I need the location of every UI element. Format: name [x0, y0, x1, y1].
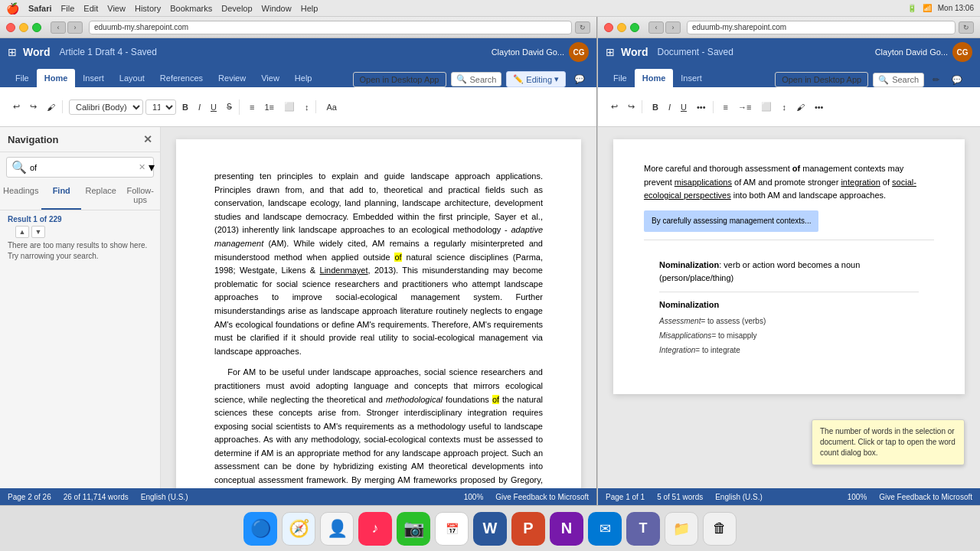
- editing-btn-left[interactable]: ✏️ Editing ▾: [506, 71, 566, 87]
- language-left[interactable]: English (U.S.): [141, 493, 188, 501]
- dock-music[interactable]: ♪: [358, 512, 392, 546]
- format-painter-btn[interactable]: 🖌: [43, 101, 59, 113]
- dock-onenote[interactable]: N: [550, 512, 583, 546]
- dock-teams[interactable]: T: [626, 512, 660, 546]
- doc-scroll-area[interactable]: presenting ten principles to explain and…: [161, 127, 596, 488]
- spacing-btn-right[interactable]: ↕: [778, 101, 790, 113]
- nav-prev-btn[interactable]: ▲: [15, 226, 29, 238]
- user-avatar-left[interactable]: CG: [569, 42, 589, 62]
- apple-menu[interactable]: 🍎: [6, 2, 19, 15]
- maximize-button-right[interactable]: [630, 23, 639, 32]
- bold-btn[interactable]: B: [178, 101, 192, 113]
- redo-btn[interactable]: ↪: [26, 100, 41, 113]
- dock-contacts[interactable]: 👤: [320, 512, 354, 546]
- bullets-btn-right[interactable]: ≡: [720, 101, 732, 113]
- tab-review-left[interactable]: Review: [211, 69, 253, 87]
- address-bar-right[interactable]: eduumb-my.sharepoint.com: [687, 21, 956, 34]
- dock-trash[interactable]: 🗑: [703, 512, 737, 546]
- align-btn-right[interactable]: ⬜: [757, 100, 776, 113]
- search-box-right[interactable]: 🔍 Search: [873, 73, 924, 87]
- comment-btn[interactable]: 💬: [570, 73, 589, 86]
- back-button-right[interactable]: ‹: [648, 21, 664, 34]
- nav-next-btn[interactable]: ▼: [31, 226, 45, 238]
- underline-btn-right[interactable]: U: [677, 101, 691, 113]
- open-desktop-btn-right[interactable]: Open in Desktop App: [775, 72, 868, 87]
- more-btn-right[interactable]: •••: [693, 101, 710, 113]
- nav-tab-replace[interactable]: Replace: [81, 182, 121, 210]
- view-menu[interactable]: View: [107, 4, 126, 13]
- language-right[interactable]: English (U.S.): [715, 493, 763, 501]
- comment-btn-right[interactable]: 💬: [948, 73, 966, 86]
- close-button-right[interactable]: [604, 23, 613, 32]
- nav-tab-followups[interactable]: Follow-ups: [120, 182, 160, 210]
- help-menu[interactable]: Help: [301, 4, 318, 13]
- font-name-select[interactable]: Calibri (Body): [69, 99, 143, 115]
- forward-button[interactable]: ›: [67, 21, 83, 34]
- nav-tab-headings[interactable]: Headings: [0, 182, 41, 210]
- minimize-button-right[interactable]: [617, 23, 626, 32]
- history-menu[interactable]: History: [135, 4, 161, 13]
- align-left-btn[interactable]: ⬜: [280, 100, 299, 113]
- nav-search-input[interactable]: [30, 163, 136, 172]
- feedback-left[interactable]: Give Feedback to Microsoft: [495, 493, 589, 501]
- bookmarks-menu[interactable]: Bookmarks: [170, 4, 212, 13]
- styles-btn[interactable]: Aa: [322, 101, 340, 113]
- tab-home-left[interactable]: Home: [37, 69, 76, 87]
- underline-btn[interactable]: U: [207, 101, 220, 113]
- tab-references-left[interactable]: References: [152, 69, 211, 87]
- undo-btn[interactable]: ↩: [9, 100, 24, 113]
- tab-layout-left[interactable]: Layout: [112, 69, 152, 87]
- nav-search-dropdown[interactable]: ▾: [149, 160, 155, 174]
- forward-button-right[interactable]: ›: [665, 21, 681, 34]
- redo-btn-right[interactable]: ↪: [624, 100, 639, 113]
- more2-btn-right[interactable]: •••: [811, 101, 828, 113]
- nav-close-btn[interactable]: ✕: [143, 133, 152, 145]
- refresh-button-right[interactable]: ↻: [959, 21, 974, 34]
- nav-search-clear[interactable]: ✕: [139, 162, 145, 172]
- user-avatar-right[interactable]: CG: [952, 42, 972, 62]
- undo-btn-right[interactable]: ↩: [607, 100, 622, 113]
- italic-btn[interactable]: I: [194, 101, 204, 113]
- address-bar-left[interactable]: eduumb-my.sharepoint.com: [89, 21, 572, 34]
- tab-help-left[interactable]: Help: [287, 69, 320, 87]
- tab-insert-left[interactable]: Insert: [75, 69, 112, 87]
- grid-icon[interactable]: ⊞: [8, 46, 17, 58]
- page-count-right[interactable]: Page 1 of 1: [606, 493, 645, 501]
- font-size-select[interactable]: 11: [145, 99, 176, 115]
- tab-view-left[interactable]: View: [253, 69, 287, 87]
- tab-home-right[interactable]: Home: [635, 69, 674, 87]
- indent-btn-right[interactable]: →≡: [734, 101, 755, 113]
- edit-menu[interactable]: Edit: [83, 4, 98, 13]
- tab-insert-right[interactable]: Insert: [673, 69, 710, 87]
- dock-calendar[interactable]: 📅: [435, 512, 469, 546]
- line-spacing-btn[interactable]: ↕: [301, 101, 313, 113]
- dock-word[interactable]: W: [473, 512, 507, 546]
- pencil-btn-right[interactable]: ✏: [929, 73, 943, 86]
- maximize-button[interactable]: [32, 23, 41, 32]
- feedback-right[interactable]: Give Feedback to Microsoft: [879, 493, 972, 501]
- dock-safari[interactable]: 🧭: [282, 512, 315, 546]
- nav-tab-find[interactable]: Find: [41, 182, 81, 210]
- grid-icon-right[interactable]: ⊞: [606, 46, 615, 58]
- open-desktop-btn-left[interactable]: Open in Desktop App: [353, 72, 446, 87]
- bold-btn-right[interactable]: B: [648, 101, 662, 113]
- safari-menu[interactable]: Safari: [28, 4, 52, 13]
- develop-menu[interactable]: Develop: [221, 4, 252, 13]
- close-button[interactable]: [6, 23, 15, 32]
- back-button[interactable]: ‹: [51, 21, 66, 34]
- refresh-button-left[interactable]: ↻: [575, 21, 590, 34]
- numbering-btn[interactable]: 1≡: [260, 101, 278, 113]
- tab-file-left[interactable]: File: [8, 69, 37, 87]
- word-count-left[interactable]: 26 of 11,714 words: [64, 493, 129, 501]
- window-menu[interactable]: Window: [262, 4, 292, 13]
- word-count-right[interactable]: 5 of 51 words: [657, 493, 703, 501]
- nav-search-bar[interactable]: 🔍 ✕ ▾: [6, 157, 154, 178]
- dock-outlook[interactable]: ✉: [588, 512, 622, 546]
- file-menu[interactable]: File: [61, 4, 75, 13]
- dock-finder[interactable]: 🔵: [243, 512, 277, 546]
- bullets-btn[interactable]: ≡: [246, 101, 258, 113]
- dock-facetime[interactable]: 📷: [397, 512, 430, 546]
- dock-files[interactable]: 📁: [665, 512, 698, 546]
- page-count-left[interactable]: Page 2 of 26: [8, 493, 51, 501]
- strikethrough-btn[interactable]: S̶: [223, 100, 236, 113]
